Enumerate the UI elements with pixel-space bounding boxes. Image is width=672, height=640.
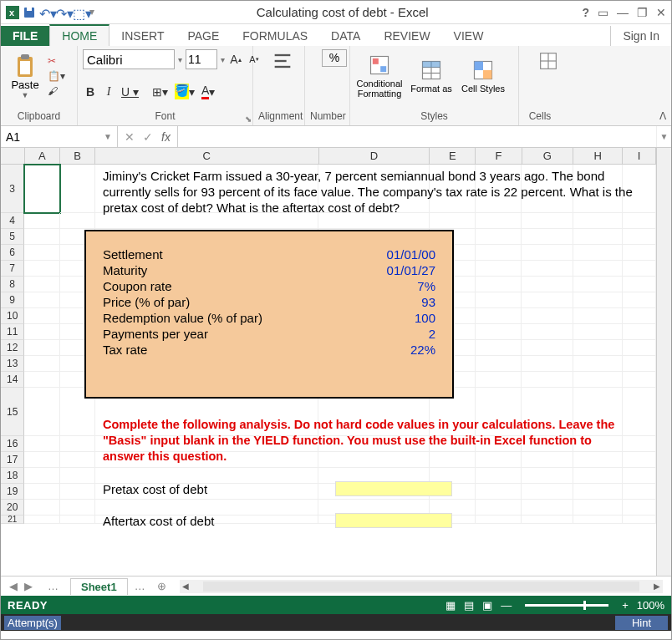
hint-button[interactable]: Hint bbox=[615, 616, 668, 630]
row-header[interactable]: 19 bbox=[1, 484, 24, 500]
name-box[interactable]: A1 ▼ bbox=[1, 126, 118, 147]
row-header[interactable]: 9 bbox=[1, 292, 24, 308]
view-page-layout-icon[interactable]: ▤ bbox=[464, 599, 474, 612]
tab-page[interactable]: PAGE bbox=[176, 26, 231, 46]
tab-review[interactable]: REVIEW bbox=[372, 26, 441, 46]
minimize-icon[interactable]: — bbox=[617, 6, 629, 19]
col-header[interactable]: D bbox=[319, 148, 430, 164]
underline-button[interactable]: U ▾ bbox=[120, 84, 140, 100]
cell-A3[interactable] bbox=[24, 165, 60, 213]
expand-formula-bar-icon[interactable]: ▼ bbox=[656, 126, 671, 147]
row-header[interactable]: 10 bbox=[1, 308, 24, 324]
input-value[interactable]: 22% bbox=[369, 343, 435, 357]
row-header[interactable]: 15 bbox=[1, 388, 24, 436]
collapse-ribbon-icon[interactable]: ᐱ bbox=[659, 110, 666, 122]
row-header[interactable]: 13 bbox=[1, 356, 24, 372]
zoom-slider[interactable] bbox=[525, 604, 608, 607]
add-sheet-icon[interactable]: ⊕ bbox=[152, 580, 171, 592]
row-header[interactable]: 12 bbox=[1, 340, 24, 356]
font-color-button[interactable]: A▾ bbox=[200, 84, 216, 100]
cut-icon[interactable]: ✂ bbox=[48, 55, 65, 67]
copy-icon[interactable]: 📋▾ bbox=[48, 70, 65, 82]
row-header[interactable]: 17 bbox=[1, 452, 24, 468]
row-header[interactable]: 5 bbox=[1, 229, 24, 245]
cells-button[interactable] bbox=[524, 49, 573, 74]
row-header[interactable]: 11 bbox=[1, 324, 24, 340]
sign-in[interactable]: Sign In bbox=[610, 26, 671, 46]
format-as-table-button[interactable]: Format as bbox=[407, 58, 456, 94]
zoom-level[interactable]: 100% bbox=[637, 599, 664, 612]
border-button[interactable]: ⊞▾ bbox=[150, 84, 170, 100]
pretax-answer-cell[interactable] bbox=[335, 481, 452, 496]
input-value[interactable]: 01/01/27 bbox=[369, 263, 435, 277]
tab-home[interactable]: HOME bbox=[49, 24, 109, 46]
col-header[interactable]: F bbox=[476, 148, 522, 164]
help-icon[interactable]: ? bbox=[582, 6, 589, 19]
row-header[interactable]: 3 bbox=[1, 165, 24, 213]
scroll-left-icon[interactable]: ◀ bbox=[180, 582, 191, 591]
horizontal-scrollbar[interactable]: ◀ ▶ bbox=[180, 580, 663, 593]
sheet-nav-prev-icon[interactable]: ◀ bbox=[9, 580, 18, 592]
font-name-select[interactable] bbox=[83, 49, 175, 69]
bold-button[interactable]: B bbox=[83, 84, 98, 100]
name-box-dropdown-icon[interactable]: ▼ bbox=[104, 132, 112, 141]
row-header[interactable]: 20 bbox=[1, 500, 24, 516]
tab-file[interactable]: FILE bbox=[1, 26, 49, 46]
col-header[interactable]: G bbox=[522, 148, 574, 164]
increase-font-icon[interactable]: A▴ bbox=[228, 51, 243, 68]
row-header[interactable]: 7 bbox=[1, 261, 24, 277]
conditional-formatting-button[interactable]: Conditional Formatting bbox=[355, 53, 404, 99]
view-normal-icon[interactable]: ▦ bbox=[445, 599, 456, 612]
input-value[interactable]: 01/01/00 bbox=[369, 247, 435, 262]
col-header[interactable]: E bbox=[430, 148, 476, 164]
tab-view[interactable]: VIEW bbox=[442, 26, 496, 46]
col-header[interactable]: B bbox=[60, 148, 95, 164]
touch-mode-icon[interactable]: ⬚▾ bbox=[73, 6, 86, 19]
zoom-out-icon[interactable]: — bbox=[501, 599, 512, 612]
restore-icon[interactable]: ❐ bbox=[637, 6, 648, 19]
tab-insert[interactable]: INSERT bbox=[109, 26, 176, 46]
cell-styles-button[interactable]: Cell Styles bbox=[459, 58, 507, 94]
row-header[interactable]: 4 bbox=[1, 213, 24, 229]
select-all-corner[interactable] bbox=[1, 148, 25, 164]
input-label: Coupon rate bbox=[103, 279, 172, 293]
formula-input[interactable] bbox=[177, 126, 656, 147]
scroll-right-icon[interactable]: ▶ bbox=[651, 582, 663, 591]
tab-formulas[interactable]: FORMULAS bbox=[231, 26, 319, 46]
zoom-in-icon[interactable]: + bbox=[622, 599, 629, 612]
tab-data[interactable]: DATA bbox=[319, 26, 372, 46]
fill-color-button[interactable]: 🪣▾ bbox=[173, 84, 196, 100]
view-page-break-icon[interactable]: ▣ bbox=[482, 599, 492, 612]
sheet-tab[interactable]: Sheet1 bbox=[70, 578, 128, 595]
row-header[interactable]: 14 bbox=[1, 372, 24, 388]
font-size-select[interactable] bbox=[186, 49, 217, 69]
input-value[interactable]: 7% bbox=[369, 279, 435, 293]
fx-icon[interactable]: fx bbox=[161, 130, 171, 144]
italic-button[interactable]: I bbox=[101, 84, 116, 100]
col-header[interactable]: I bbox=[623, 148, 656, 164]
sheet-nav-next-icon[interactable]: ▶ bbox=[24, 580, 33, 592]
format-painter-icon[interactable]: 🖌 bbox=[48, 85, 65, 97]
aftertax-answer-cell[interactable] bbox=[335, 513, 452, 528]
row-header[interactable]: 16 bbox=[1, 436, 24, 452]
row-header[interactable]: 18 bbox=[1, 468, 24, 484]
row-header[interactable]: 6 bbox=[1, 245, 24, 261]
save-icon[interactable] bbox=[23, 6, 36, 19]
col-header[interactable]: C bbox=[95, 148, 319, 164]
col-header[interactable]: A bbox=[25, 148, 61, 164]
input-value[interactable]: 93 bbox=[369, 295, 435, 309]
undo-icon[interactable]: ↶▾ bbox=[39, 6, 53, 19]
redo-icon[interactable]: ↷▾ bbox=[56, 6, 69, 19]
row-header[interactable]: 8 bbox=[1, 277, 24, 292]
input-value[interactable]: 2 bbox=[369, 327, 435, 341]
ribbon-display-icon[interactable]: ▭ bbox=[598, 6, 608, 19]
row-header[interactable]: 21 bbox=[1, 516, 24, 524]
alignment-button[interactable] bbox=[258, 49, 307, 74]
enter-formula-icon[interactable]: ✓ bbox=[143, 130, 153, 144]
input-value[interactable]: 100 bbox=[369, 311, 435, 325]
paste-button[interactable]: Paste ▼ bbox=[6, 53, 44, 99]
vertical-scrollbar[interactable] bbox=[656, 148, 671, 576]
close-icon[interactable]: ✕ bbox=[656, 6, 666, 19]
col-header[interactable]: H bbox=[573, 148, 623, 164]
cancel-formula-icon[interactable]: ✕ bbox=[125, 130, 135, 144]
